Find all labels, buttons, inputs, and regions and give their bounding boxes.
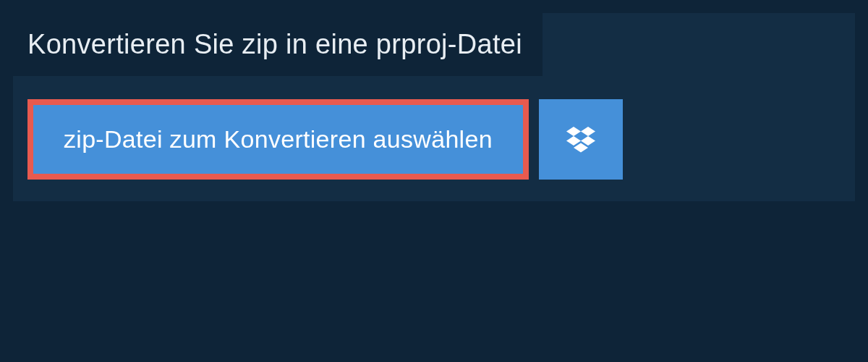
page-title: Konvertieren Sie zip in eine prproj-Date… <box>27 29 522 60</box>
title-bar: Konvertieren Sie zip in eine prproj-Date… <box>13 13 542 76</box>
select-file-button[interactable]: zip-Datei zum Konvertieren auswählen <box>27 99 529 180</box>
converter-panel: Konvertieren Sie zip in eine prproj-Date… <box>13 13 855 201</box>
button-row: zip-Datei zum Konvertieren auswählen <box>27 99 855 180</box>
dropbox-button[interactable] <box>539 99 623 180</box>
dropbox-icon <box>566 127 595 153</box>
select-file-label: zip-Datei zum Konvertieren auswählen <box>64 125 493 153</box>
